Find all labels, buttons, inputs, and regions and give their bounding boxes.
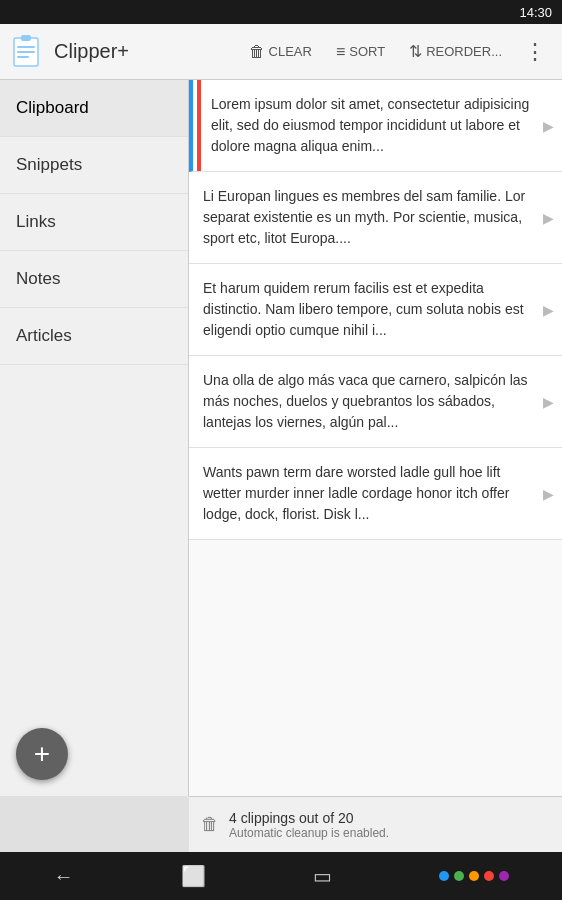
sort-icon: ≡ bbox=[336, 43, 345, 61]
clip-text: Una olla de algo más vaca que carnero, s… bbox=[203, 370, 532, 433]
reorder-label: REORDER... bbox=[426, 44, 502, 59]
expand-icon: ▶ bbox=[543, 302, 554, 318]
reorder-button[interactable]: ⇅ REORDER... bbox=[399, 36, 512, 67]
svg-rect-4 bbox=[17, 56, 29, 58]
nav-bar: ← ⬜ ▭ bbox=[0, 852, 562, 900]
expand-icon: ▶ bbox=[543, 210, 554, 226]
clear-label: CLEAR bbox=[269, 44, 312, 59]
nav-dot-red bbox=[484, 871, 494, 881]
expand-icon: ▶ bbox=[543, 394, 554, 410]
cleanup-status: Automatic cleanup is enabled. bbox=[229, 826, 389, 840]
footer-trash-icon: 🗑 bbox=[201, 814, 219, 835]
sort-button[interactable]: ≡ SORT bbox=[326, 37, 395, 67]
status-bar: 14:30 bbox=[0, 0, 562, 24]
trash-icon: 🗑 bbox=[249, 43, 265, 61]
home-button[interactable]: ⬜ bbox=[181, 864, 206, 888]
app-logo bbox=[8, 34, 44, 70]
clip-item[interactable]: Li Europan lingues es membres del sam fa… bbox=[189, 172, 562, 264]
app-title: Clipper+ bbox=[54, 40, 239, 63]
svg-rect-3 bbox=[17, 51, 35, 53]
sidebar: Clipboard Snippets Links Notes Articles … bbox=[0, 80, 189, 796]
footer-texts: 4 clippings out of 20 Automatic cleanup … bbox=[229, 810, 389, 840]
fab-plus-icon: + bbox=[34, 740, 50, 768]
clip-text: Wants pawn term dare worsted ladle gull … bbox=[203, 462, 532, 525]
clip-text: Li Europan lingues es membres del sam fa… bbox=[203, 186, 532, 249]
clip-item[interactable]: Una olla de algo más vaca que carnero, s… bbox=[189, 356, 562, 448]
footer-bar: 🗑 4 clippings out of 20 Automatic cleanu… bbox=[189, 796, 562, 852]
recent-button[interactable]: ▭ bbox=[313, 864, 332, 888]
clip-item[interactable]: Et harum quidem rerum facilis est et exp… bbox=[189, 264, 562, 356]
nav-dot-purple bbox=[499, 871, 509, 881]
fab-area: + bbox=[0, 712, 188, 796]
clippings-count: 4 clippings out of 20 bbox=[229, 810, 389, 826]
sidebar-item-clipboard[interactable]: Clipboard bbox=[0, 80, 188, 137]
fab-button[interactable]: + bbox=[16, 728, 68, 780]
red-border-indicator bbox=[197, 80, 201, 171]
main-layout: Clipboard Snippets Links Notes Articles … bbox=[0, 80, 562, 796]
status-time: 14:30 bbox=[519, 5, 552, 20]
more-button[interactable]: ⋮ bbox=[516, 33, 554, 71]
sidebar-item-notes[interactable]: Notes bbox=[0, 251, 188, 308]
back-button[interactable]: ← bbox=[54, 865, 74, 888]
sidebar-item-snippets[interactable]: Snippets bbox=[0, 137, 188, 194]
content-area[interactable]: Lorem ipsum dolor sit amet, consectetur … bbox=[189, 80, 562, 796]
svg-rect-1 bbox=[21, 35, 31, 41]
clip-item[interactable]: Lorem ipsum dolor sit amet, consectetur … bbox=[189, 80, 562, 172]
toolbar-actions: 🗑 CLEAR ≡ SORT ⇅ REORDER... ⋮ bbox=[239, 33, 554, 71]
svg-rect-2 bbox=[17, 46, 35, 48]
toolbar: Clipper+ 🗑 CLEAR ≡ SORT ⇅ REORDER... ⋮ bbox=[0, 24, 562, 80]
clip-item[interactable]: Wants pawn term dare worsted ladle gull … bbox=[189, 448, 562, 540]
sort-label: SORT bbox=[349, 44, 385, 59]
clear-button[interactable]: 🗑 CLEAR bbox=[239, 37, 322, 67]
nav-dot-green bbox=[454, 871, 464, 881]
reorder-icon: ⇅ bbox=[409, 42, 422, 61]
sidebar-item-links[interactable]: Links bbox=[0, 194, 188, 251]
nav-dots bbox=[439, 871, 509, 881]
nav-dot-orange bbox=[469, 871, 479, 881]
clip-text: Et harum quidem rerum facilis est et exp… bbox=[203, 278, 532, 341]
expand-icon: ▶ bbox=[543, 118, 554, 134]
nav-dot-blue bbox=[439, 871, 449, 881]
sidebar-item-articles[interactable]: Articles bbox=[0, 308, 188, 365]
clip-text: Lorem ipsum dolor sit amet, consectetur … bbox=[211, 94, 532, 157]
expand-icon: ▶ bbox=[543, 486, 554, 502]
